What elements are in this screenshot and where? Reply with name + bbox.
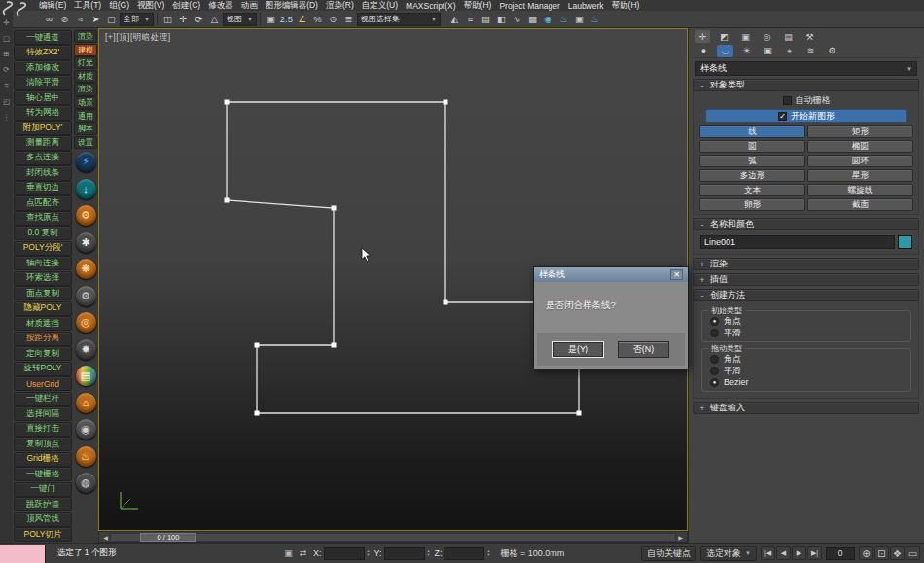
dialog-titlebar[interactable]: 样条线 ✕: [534, 267, 688, 282]
script-button[interactable]: 隐藏POLY: [14, 301, 72, 316]
no-button[interactable]: 否(N): [618, 341, 669, 358]
plugin-round-icon[interactable]: ◉: [76, 419, 96, 440]
script-button[interactable]: 选择间隔: [14, 406, 72, 421]
x-spinner[interactable]: ▲▼: [367, 549, 371, 557]
script-button[interactable]: 点匹配齐: [14, 195, 72, 210]
script-category-button[interactable]: 设置: [74, 136, 97, 149]
toolbar-icon[interactable]: ∞: [42, 12, 56, 26]
yes-button[interactable]: 是(Y): [552, 341, 604, 358]
script-button[interactable]: 一键门: [14, 482, 72, 497]
menu-item[interactable]: Project Manager: [495, 1, 563, 11]
command-panel-tab-icon[interactable]: ▣: [738, 30, 753, 43]
menu-item[interactable]: 工具(T): [70, 0, 105, 12]
toolbar-icon[interactable]: ∠: [295, 12, 309, 26]
create-category-icon[interactable]: ⌖: [781, 45, 798, 57]
menu-item[interactable]: Laubwerk: [564, 1, 608, 11]
script-category-button[interactable]: 场景: [74, 96, 97, 109]
menu-item[interactable]: 组(G): [105, 0, 133, 12]
script-button[interactable]: 复制顶点: [14, 437, 72, 451]
toolbar-icon[interactable]: ⟳: [192, 12, 206, 26]
script-category-button[interactable]: 灯光: [74, 56, 97, 69]
named-selection-set-dropdown[interactable]: 视图选择集 ▼: [357, 13, 441, 26]
dock-icon[interactable]: ⌗: [4, 81, 8, 90]
object-type-button[interactable]: 多边形: [699, 169, 805, 182]
toolbar-icon[interactable]: ✛: [176, 12, 191, 26]
radio-option[interactable]: 角点: [710, 353, 903, 365]
playback-button[interactable]: ▶|: [807, 546, 822, 560]
script-button[interactable]: 面点复制: [14, 286, 72, 300]
plugin-round-icon[interactable]: ▤: [76, 366, 96, 386]
script-button[interactable]: 顶风管线: [14, 512, 72, 527]
rollout-creation-method-header[interactable]: - 创建方法: [693, 289, 919, 301]
toolbar-icon[interactable]: ▢: [104, 12, 119, 26]
script-button[interactable]: 查找原点: [14, 211, 72, 226]
viewport-nav-icon[interactable]: ❖: [890, 546, 905, 560]
autogrid-checkbox-row[interactable]: 自动栅格: [699, 94, 913, 107]
script-button[interactable]: 封闭线条: [14, 165, 72, 180]
dock-icon[interactable]: ⟳: [3, 65, 9, 74]
menu-item[interactable]: 渲染(R): [322, 0, 358, 12]
status-toggle-icon[interactable]: ⇄: [297, 547, 309, 560]
command-panel-tab-icon[interactable]: ◎: [760, 30, 774, 43]
menu-item[interactable]: 动画: [237, 0, 262, 12]
radio-option[interactable]: 平滑: [710, 327, 903, 338]
current-frame-input[interactable]: [826, 547, 855, 560]
plugin-round-icon[interactable]: ⚙: [76, 286, 96, 306]
rollout-keyboard-entry-header[interactable]: + 键盘输入: [693, 402, 919, 414]
rollout-rendering-header[interactable]: + 渲染: [693, 258, 919, 270]
dock-icon[interactable]: ✛: [3, 18, 9, 27]
toolbar-icon[interactable]: ♨: [556, 12, 571, 26]
toolbar-icon[interactable]: ≡: [463, 12, 478, 26]
script-button[interactable]: 按距分离: [14, 332, 72, 346]
script-button[interactable]: 一键栏杆: [14, 392, 72, 406]
dock-icon[interactable]: ⋮: [3, 113, 11, 122]
plugin-round-icon[interactable]: ✸: [76, 339, 96, 360]
object-type-button[interactable]: 截面: [807, 198, 913, 211]
rollout-object-type-header[interactable]: - 对象类型: [693, 79, 919, 91]
plugin-round-icon[interactable]: ❋: [76, 259, 96, 279]
menu-item[interactable]: 帮助(H): [460, 0, 496, 12]
object-type-button[interactable]: 线: [699, 125, 805, 138]
toolbar-icon[interactable]: ➤: [89, 12, 103, 26]
create-category-icon[interactable]: ●: [695, 45, 712, 57]
toolbar-icon[interactable]: ▦: [525, 12, 540, 26]
shape-type-dropdown[interactable]: 样条线 ▼: [695, 61, 917, 76]
object-type-button[interactable]: 卵形: [699, 198, 805, 211]
script-button[interactable]: 特效ZX2': [14, 45, 72, 59]
script-button[interactable]: 直接打击: [14, 422, 72, 437]
viewport-nav-icon[interactable]: ⊕: [859, 546, 873, 560]
toolbar-icon[interactable]: ◭: [447, 12, 462, 26]
script-category-button[interactable]: 脚本: [74, 123, 97, 135]
toolbar-icon[interactable]: ⊘: [57, 12, 72, 26]
rollout-interpolation-header[interactable]: + 插值: [693, 273, 919, 286]
script-category-button[interactable]: 材质: [74, 70, 97, 83]
script-category-button[interactable]: 通用: [74, 109, 97, 122]
radio-option[interactable]: ● 角点: [710, 315, 903, 327]
script-category-button[interactable]: 建模: [74, 44, 97, 56]
plugin-round-icon[interactable]: ◍: [76, 473, 96, 493]
selection-filter-dropdown[interactable]: 全部 ▼: [120, 13, 154, 26]
close-icon[interactable]: ✕: [670, 269, 683, 280]
menu-item[interactable]: 图形编辑器(D): [262, 0, 322, 12]
toolbar-icon[interactable]: ◧: [494, 12, 509, 26]
script-button[interactable]: Grid栅格: [14, 452, 72, 467]
start-new-shape-toggle[interactable]: ✓ 开始新图形: [705, 109, 907, 123]
script-button[interactable]: 一键通道: [14, 30, 72, 45]
script-button[interactable]: 0.0 复制: [14, 226, 72, 240]
object-type-button[interactable]: 文本: [699, 184, 805, 196]
toolbar-icon[interactable]: 2.5: [279, 12, 294, 26]
toolbar-icon[interactable]: %: [310, 12, 325, 26]
script-button[interactable]: 一键栅格: [14, 467, 72, 481]
dock-icon[interactable]: ▢: [3, 34, 10, 43]
command-panel-tab-icon[interactable]: ⚒: [802, 30, 817, 43]
create-category-icon[interactable]: ◡: [717, 45, 733, 57]
dock-icon[interactable]: ⊞: [3, 50, 9, 58]
x-coordinate-input[interactable]: [324, 547, 365, 560]
script-button[interactable]: 轴向连接: [14, 256, 72, 270]
script-button[interactable]: 环索选择: [14, 271, 72, 286]
script-button[interactable]: 跳跃护墙: [14, 497, 72, 511]
script-button[interactable]: 轴心居中: [14, 90, 72, 105]
plugin-round-icon[interactable]: ◎: [76, 312, 96, 333]
script-button[interactable]: POLY切片: [14, 527, 72, 542]
script-button[interactable]: 材质遮挡: [14, 316, 72, 331]
